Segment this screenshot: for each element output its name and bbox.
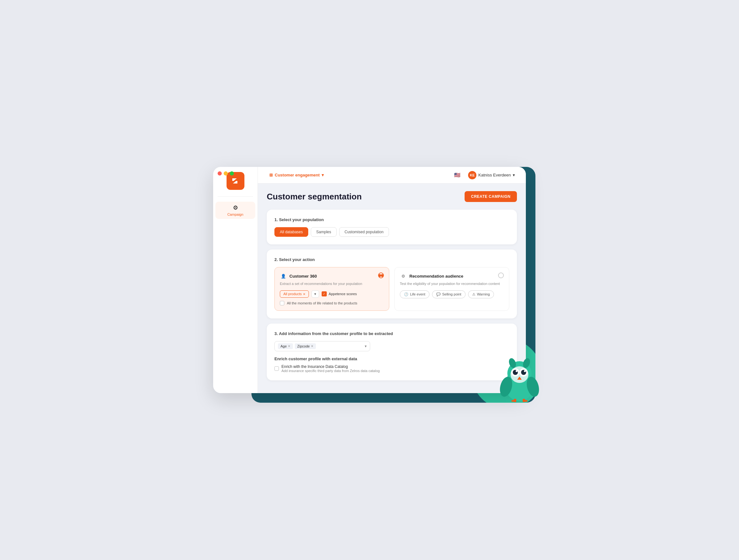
owl-mascot [494, 352, 545, 403]
recommendation-desc: Test the eligibility of your population … [400, 281, 504, 286]
tab-samples[interactable]: Samples [311, 227, 337, 237]
owl-svg [494, 352, 545, 403]
sidebar: ⚙ Campaign [213, 167, 258, 393]
create-campaign-button[interactable]: CREATE CAMPAIGN [465, 191, 517, 202]
life-moments-label: All the moments of life related to the p… [287, 301, 357, 305]
warning-tag[interactable]: ⚠ Warning [468, 290, 494, 298]
warning-label: Warning [477, 292, 490, 296]
svg-point-9 [515, 370, 518, 372]
customer360-card[interactable]: 👤 Customer 360 Extract a set of recommen… [274, 267, 389, 310]
topnav-right: 🇺🇸 KE Katniss Everdeen ▾ [453, 170, 518, 181]
zipcode-tag-remove-icon[interactable]: × [311, 344, 313, 348]
outer-wrapper: ⚙ Campaign ⊞ Customer engagement ▾ 🇺🇸 [213, 167, 526, 393]
action-row: 👤 Customer 360 Extract a set of recommen… [274, 267, 509, 310]
svg-rect-17 [523, 400, 528, 402]
user-chevron-icon: ▾ [513, 173, 515, 177]
recommendation-header: ⚙ Recommendation audience [400, 273, 504, 280]
enrich-label: Enrich with the Insurance Data Catalog [281, 365, 380, 369]
customer360-icon: 👤 [280, 273, 287, 280]
life-event-tag[interactable]: 🕐 Life event [400, 290, 430, 298]
customer360-header: 👤 Customer 360 [280, 273, 384, 280]
campaign-icon: ⚙ [233, 204, 238, 211]
enrich-section: Enrich customer profile with external da… [274, 357, 509, 373]
section2-title: 2. Select your action [274, 257, 509, 262]
topnav-left: ⊞ Customer engagement ▾ [266, 171, 328, 179]
life-event-label: Life event [410, 292, 425, 296]
enrich-checkbox-row: Enrich with the Insurance Data Catalog A… [274, 365, 509, 373]
filter-tag-remove-icon[interactable]: × [303, 292, 305, 296]
customer360-filter-row: All products × ▾ ✓ Appetence scores [280, 290, 384, 298]
customer360-radio[interactable] [378, 273, 384, 278]
zelros-logo-icon [231, 176, 241, 186]
content-area: ⊞ Customer engagement ▾ 🇺🇸 KE Katniss Ev… [258, 167, 526, 393]
profile-field-selector[interactable]: Age × Zipcode × ▾ [274, 341, 370, 351]
recommendation-radio[interactable] [498, 273, 504, 278]
zipcode-tag: Zipcode × [295, 343, 316, 349]
radio-fill [379, 274, 381, 277]
customer360-desc: Extract a set of recommendations for you… [280, 281, 384, 286]
filter-tag-label: All products [283, 292, 302, 296]
page-content: Customer segmentation CREATE CAMPAIGN 1.… [258, 183, 526, 393]
page-title: Customer segmentation [267, 192, 362, 202]
selling-point-label: Selling point [442, 292, 461, 296]
check-icon: ✓ [322, 291, 327, 296]
customer360-title-row: 👤 Customer 360 [280, 273, 317, 280]
enrich-label-group: Enrich with the Insurance Data Catalog A… [281, 365, 380, 373]
all-products-filter-tag[interactable]: All products × [280, 290, 309, 298]
audience-tags: 🕐 Life event 💬 Selling point ⚠ Warning [400, 290, 504, 298]
age-tag: Age × [278, 343, 293, 349]
sidebar-divider [217, 196, 253, 196]
life-moments-checkbox[interactable] [280, 301, 284, 305]
life-moments-checkbox-row: All the moments of life related to the p… [280, 301, 384, 305]
tab-customised-population[interactable]: Customised population [339, 227, 389, 237]
minimize-button[interactable] [224, 171, 228, 175]
select-population-section: 1. Select your population All databases … [267, 209, 517, 245]
warning-icon: ⚠ [472, 292, 475, 296]
sidebar-item-label: Campaign [227, 213, 243, 216]
section1-title: 1. Select your population [274, 217, 509, 222]
tab-all-databases[interactable]: All databases [274, 227, 308, 237]
enrich-sublabel: Add insurance specific third party data … [281, 369, 380, 373]
select-action-section: 2. Select your action 👤 Customer 360 [267, 250, 517, 318]
topnav: ⊞ Customer engagement ▾ 🇺🇸 KE Katniss Ev… [258, 167, 526, 183]
age-tag-label: Age [281, 344, 287, 348]
selling-point-icon: 💬 [436, 292, 441, 296]
module-grid-icon: ⊞ [269, 173, 273, 177]
zipcode-tag-label: Zipcode [297, 344, 310, 348]
selling-point-tag[interactable]: 💬 Selling point [432, 290, 465, 298]
svg-rect-16 [511, 400, 516, 402]
page-header: Customer segmentation CREATE CAMPAIGN [267, 191, 517, 202]
enrich-title: Enrich customer profile with external da… [274, 357, 509, 361]
age-tag-remove-icon[interactable]: × [288, 344, 290, 348]
profile-section: 3. Add information from the customer pro… [267, 323, 517, 380]
customer360-title: Customer 360 [289, 274, 317, 279]
recommendation-title-row: ⚙ Recommendation audience [400, 273, 463, 280]
user-menu[interactable]: KE Katniss Everdeen ▾ [465, 170, 518, 181]
recommendation-icon: ⚙ [400, 273, 407, 280]
window-controls [217, 171, 234, 175]
module-chevron-icon: ▾ [322, 173, 324, 177]
user-avatar: KE [468, 171, 476, 179]
field-selector-chevron-icon: ▾ [365, 344, 366, 348]
enrich-checkbox[interactable] [274, 366, 279, 371]
recommendation-title: Recommendation audience [409, 274, 463, 279]
maximize-button[interactable] [230, 171, 234, 175]
module-label: Customer engagement [275, 173, 320, 177]
dropdown-chevron-icon: ▾ [314, 292, 316, 296]
main-card: ⚙ Campaign ⊞ Customer engagement ▾ 🇺🇸 [213, 167, 526, 393]
sidebar-item-campaign[interactable]: ⚙ Campaign [215, 202, 255, 219]
user-name: Katniss Everdeen [478, 173, 511, 177]
filter-dropdown[interactable]: ▾ [311, 290, 319, 298]
module-selector[interactable]: ⊞ Customer engagement ▾ [266, 171, 328, 179]
svg-point-10 [524, 370, 526, 372]
check-label: Appetence scores [329, 292, 357, 296]
appetence-scores-check: ✓ Appetence scores [322, 291, 357, 296]
close-button[interactable] [217, 171, 222, 175]
life-event-icon: 🕐 [404, 292, 409, 296]
language-flag-icon: 🇺🇸 [453, 173, 461, 178]
population-tabs: All databases Samples Customised populat… [274, 227, 509, 237]
recommendation-card[interactable]: ⚙ Recommendation audience Test the eligi… [394, 267, 509, 310]
section3-title: 3. Add information from the customer pro… [274, 331, 509, 336]
